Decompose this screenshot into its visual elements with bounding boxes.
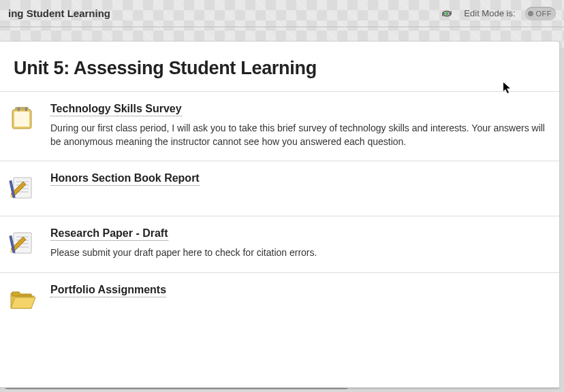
item-link-portfolio[interactable]: Portfolio Assignments xyxy=(50,284,166,297)
content-item: Research Paper - Draft Please submit you… xyxy=(0,216,559,272)
folder-icon xyxy=(7,103,38,134)
top-bar: ing Student Learning Edit Mode is: OFF xyxy=(0,0,564,27)
item-link-research-draft[interactable]: Research Paper - Draft xyxy=(50,227,168,241)
edit-mode-toggle[interactable]: OFF xyxy=(525,7,557,20)
svg-point-0 xyxy=(445,12,448,14)
assignment-icon xyxy=(7,227,38,259)
content-item: Portfolio Assignments xyxy=(0,272,559,327)
svg-rect-3 xyxy=(14,112,29,127)
refresh-icon[interactable] xyxy=(439,6,454,21)
content-item: Honors Section Book Report xyxy=(0,161,559,216)
item-description: During our first class period, I will as… xyxy=(50,122,546,148)
toggle-knob xyxy=(528,11,533,16)
svg-rect-4 xyxy=(18,108,20,111)
item-link-technology-survey[interactable]: Technology Skills Survey xyxy=(50,103,182,116)
page-title: Unit 5: Assessing Student Learning xyxy=(0,42,559,91)
item-description: Please submit your draft paper here to c… xyxy=(50,246,546,260)
edit-mode-label: Edit Mode is: xyxy=(464,8,515,18)
folder-open-icon xyxy=(7,284,38,315)
assignment-icon xyxy=(7,172,38,203)
toggle-state: OFF xyxy=(536,10,552,18)
content-item: Technology Skills Survey During our firs… xyxy=(0,91,559,161)
item-link-honors-report[interactable]: Honors Section Book Report xyxy=(50,172,200,186)
svg-rect-5 xyxy=(25,108,27,111)
content-panel: Unit 5: Assessing Student Learning Techn… xyxy=(0,41,560,388)
breadcrumb[interactable]: ing Student Learning xyxy=(8,7,110,19)
